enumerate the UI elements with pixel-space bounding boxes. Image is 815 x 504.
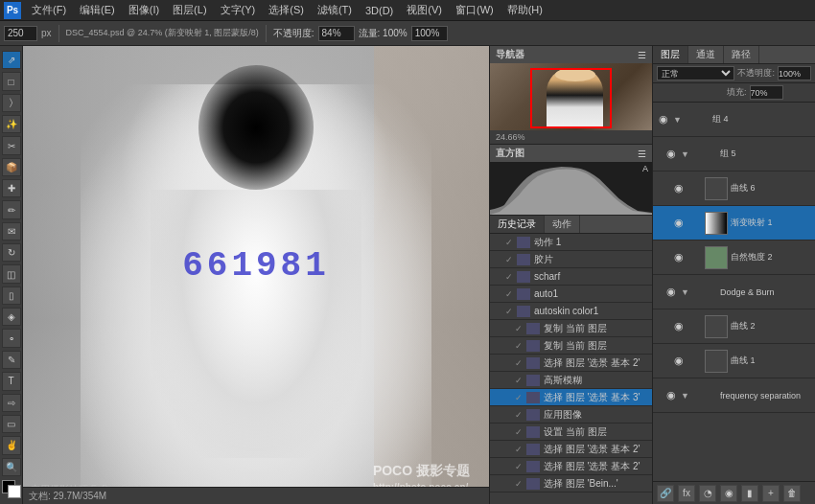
layer-visibility-icon[interactable]: ◉ [657, 113, 670, 126]
layer-group-arrow-icon[interactable]: ▼ [681, 149, 689, 159]
layer-visibility-icon[interactable]: ◉ [672, 182, 686, 195]
history-item[interactable]: ✓ 复制 当前 图层 [490, 320, 652, 337]
layer-item[interactable]: ◉ 自然饱度 2 [653, 241, 815, 275]
layer-group-arrow-icon[interactable]: ▼ [681, 391, 689, 401]
layer-visibility-icon[interactable]: ◉ [664, 286, 678, 299]
opacity-input[interactable] [318, 26, 355, 41]
tool-eraser[interactable]: ◫ [2, 264, 21, 283]
layer-new-btn[interactable]: + [762, 485, 780, 502]
layer-visibility-icon[interactable]: ◉ [672, 217, 686, 230]
tool-magic-wand[interactable]: ✨ [2, 115, 21, 133]
history-item[interactable]: ✓ 选择 图层 '选景 基本 2' [490, 441, 652, 458]
history-item[interactable]: ✓ 胶片 [490, 251, 652, 268]
menu-edit[interactable]: 编辑(E) [73, 1, 122, 19]
layer-visibility-icon[interactable]: ◉ [672, 355, 686, 368]
tool-shape[interactable]: ▭ [2, 415, 21, 433]
tool-dodge[interactable]: ⚬ [2, 329, 21, 347]
histogram-canvas: A [490, 162, 652, 215]
tool-history-brush[interactable]: ↻ [2, 243, 21, 262]
layer-link-btn[interactable]: 🔗 [657, 485, 674, 502]
layer-item[interactable]: ◉ 渐变映射 1 [653, 206, 815, 241]
menu-help[interactable]: 帮助(H) [501, 1, 549, 19]
tool-lasso[interactable]: 〉 [2, 94, 21, 112]
layer-item[interactable]: ◉ 曲线 6 [653, 172, 815, 206]
menu-select[interactable]: 选择(S) [262, 1, 311, 19]
tool-gradient[interactable]: ▯ [2, 286, 21, 305]
history-item[interactable]: ✓ 设置 当前 图层 [490, 424, 652, 441]
hist-item-icon [526, 375, 540, 386]
layer-item[interactable]: ◉ 曲线 1 [653, 344, 815, 378]
layer-mask-btn[interactable]: ◔ [699, 485, 716, 502]
history-item[interactable]: ✓ 应用图像 [490, 406, 652, 424]
menu-3d[interactable]: 3D(D) [359, 3, 400, 18]
zoom-input[interactable] [4, 26, 37, 41]
hist-check-icon: ✓ [515, 445, 526, 454]
layer-item[interactable]: ◉ ▼ Dodge & Burn [653, 275, 815, 309]
tab-layers[interactable]: 图层 [653, 46, 688, 63]
layer-item[interactable]: ◉ 曲线 2 [653, 309, 815, 344]
tool-select-rect[interactable]: □ [2, 72, 21, 90]
navigator-menu-icon[interactable]: ☰ [638, 50, 646, 60]
menu-file[interactable]: 文件(F) [25, 1, 73, 19]
layer-delete-btn[interactable]: 🗑 [783, 485, 801, 502]
layer-visibility-icon[interactable]: ◉ [664, 389, 678, 402]
history-item[interactable]: ✓ 选择 图层 '选景 基本 3' [490, 389, 652, 406]
layer-group-btn[interactable]: ▮ [741, 485, 758, 502]
history-item[interactable]: ✓ autoskin color1 [490, 303, 652, 320]
fg-bg-color[interactable] [2, 480, 21, 498]
tool-brush[interactable]: ✏ [2, 200, 21, 218]
tool-pen[interactable]: ✎ [2, 351, 21, 369]
tool-heal[interactable]: ✚ [2, 179, 21, 197]
canvas-area[interactable]: 661981 POCO 摄影专题 http://photo.poco.cn/ 实… [23, 46, 489, 504]
layer-visibility-icon[interactable]: ◉ [672, 251, 686, 264]
layer-fx-btn[interactable]: fx [678, 485, 695, 502]
tool-eyedropper[interactable]: 📦 [2, 158, 21, 176]
status-doc: 文档: 29.7M/354M [29, 490, 106, 503]
history-item[interactable]: ✓ 高斯模糊 [490, 372, 652, 389]
history-item[interactable]: ✓ auto1 [490, 286, 652, 303]
layer-adj-btn[interactable]: ◉ [720, 485, 737, 502]
layer-visibility-icon[interactable]: ◉ [664, 148, 678, 161]
hist-item-label: scharf [534, 271, 560, 282]
tool-path-select[interactable]: ⇨ [2, 394, 21, 412]
tab-actions[interactable]: 动作 [545, 216, 580, 233]
fill-input[interactable] [750, 85, 783, 100]
layer-visibility-icon[interactable]: ◉ [672, 320, 686, 333]
layer-group-arrow-icon[interactable]: ▼ [673, 115, 682, 125]
opacity-input[interactable] [778, 66, 811, 80]
layer-name-label: frequency separation [720, 391, 811, 401]
flow-input[interactable] [411, 26, 448, 41]
tool-crop[interactable]: ✂ [2, 136, 21, 154]
hist-check-icon: ✓ [505, 272, 517, 282]
history-item[interactable]: ✓ 动作 1 [490, 234, 652, 251]
menu-layer[interactable]: 图层(L) [166, 1, 213, 19]
tab-paths[interactable]: 路径 [724, 46, 759, 63]
menu-view[interactable]: 视图(V) [400, 1, 449, 19]
tool-blur[interactable]: ◈ [2, 308, 21, 326]
history-item[interactable]: ✓ 选择 图层 '选景 基本 2' [490, 355, 652, 372]
tab-channels[interactable]: 通道 [688, 46, 724, 63]
histogram-menu-icon[interactable]: ☰ [638, 149, 646, 159]
history-item[interactable]: ✓ 选择 图层 'Bein...' [490, 475, 652, 493]
blend-mode-select[interactable]: 正常 [657, 66, 734, 80]
history-item[interactable]: ✓ scharf [490, 268, 652, 286]
history-item[interactable]: ✓ 选择 图层 '选景 基本 2' [490, 458, 652, 475]
menu-type[interactable]: 文字(Y) [214, 1, 263, 19]
layer-item[interactable]: ◉ ▼ 组 5 [653, 137, 815, 172]
tab-history[interactable]: 历史记录 [490, 216, 545, 233]
menu-filter[interactable]: 滤镜(T) [311, 1, 359, 19]
tool-move[interactable]: ⇗ [2, 51, 21, 69]
hist-item-label: 复制 当前 图层 [544, 339, 607, 353]
tool-zoom[interactable]: 🔍 [2, 458, 21, 476]
layer-name-label: 曲线 6 [731, 182, 811, 195]
tool-clone[interactable]: ✉ [2, 222, 21, 241]
layer-group-arrow-icon[interactable]: ▼ [681, 287, 689, 297]
navigator-thumb[interactable] [490, 63, 652, 130]
tool-type[interactable]: T [2, 372, 21, 390]
tool-hand[interactable]: ✌ [2, 436, 21, 454]
menu-window[interactable]: 窗口(W) [449, 1, 501, 19]
history-item[interactable]: ✓ 复制 当前 图层 [490, 337, 652, 355]
layer-item[interactable]: ◉ ▼ frequency separation [653, 378, 815, 413]
menu-image[interactable]: 图像(I) [122, 1, 166, 19]
layer-item[interactable]: ◉ ▼ 组 4 [653, 103, 815, 137]
